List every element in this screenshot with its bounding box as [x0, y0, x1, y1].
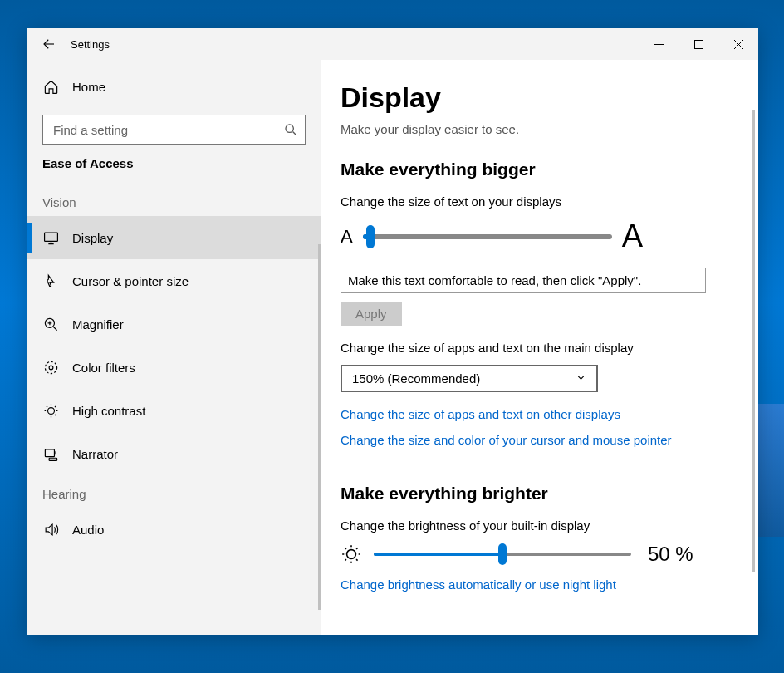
sidebar-item-magnifier[interactable]: Magnifier — [27, 302, 321, 346]
sidebar-item-colorfilters[interactable]: Color filters — [27, 346, 321, 389]
page-title: Display — [341, 81, 738, 114]
sun-icon — [341, 543, 362, 565]
svg-rect-3 — [44, 233, 57, 241]
sidebar-group-header: Ease of Access — [27, 156, 321, 179]
section-bigger-heading: Make everything bigger — [341, 160, 738, 179]
apps-size-label: Change the size of apps and text on the … — [341, 341, 738, 355]
brightness-value: 50 % — [648, 543, 693, 566]
chevron-down-icon — [576, 371, 586, 386]
sidebar-item-audio[interactable]: Audio — [27, 508, 321, 551]
display-icon — [42, 229, 59, 246]
sidebar-item-narrator[interactable]: Narrator — [27, 432, 321, 475]
maximize-button[interactable] — [679, 28, 718, 60]
section-brighter-heading: Make everything brighter — [341, 484, 738, 504]
category-hearing: Hearing — [27, 475, 321, 508]
text-size-slider-row: A A — [341, 219, 738, 254]
sidebar-item-cursor[interactable]: Cursor & pointer size — [27, 259, 321, 302]
svg-point-7 — [47, 407, 54, 414]
window-controls — [639, 28, 758, 60]
sample-text-box: Make this text comfortable to read, then… — [341, 268, 706, 293]
sidebar: Home Ease of Access Vision Display — [27, 60, 321, 635]
search-input[interactable] — [42, 115, 306, 145]
back-button[interactable] — [27, 28, 71, 60]
sidebar-item-label: Color filters — [72, 361, 135, 375]
small-a-icon: A — [341, 226, 353, 248]
svg-rect-1 — [694, 40, 703, 48]
brightness-label: Change the brightness of your built-in d… — [341, 518, 738, 533]
svg-rect-9 — [49, 458, 57, 460]
contrast-icon — [42, 402, 59, 419]
brightness-slider[interactable] — [374, 553, 631, 556]
content-scrollbar[interactable] — [752, 110, 755, 572]
sidebar-item-label: Display — [72, 231, 113, 245]
audio-icon — [42, 521, 59, 538]
category-vision: Vision — [27, 184, 321, 216]
home-icon — [42, 78, 59, 95]
titlebar: Settings — [27, 28, 758, 60]
apply-button[interactable]: Apply — [341, 302, 402, 326]
svg-point-2 — [286, 125, 293, 132]
svg-point-10 — [347, 550, 356, 559]
minimize-button[interactable] — [639, 28, 679, 60]
svg-point-6 — [49, 366, 53, 370]
content-pane: Display Make your display easier to see.… — [321, 60, 758, 635]
link-other-displays[interactable]: Change the size of apps and text on othe… — [341, 407, 738, 421]
svg-rect-0 — [654, 44, 664, 45]
slider-thumb[interactable] — [366, 225, 375, 248]
big-a-icon: A — [622, 219, 643, 254]
text-size-label: Change the size of text on your displays — [341, 194, 738, 209]
sidebar-item-label: Magnifier — [72, 317, 124, 332]
home-label: Home — [72, 80, 105, 94]
text-size-slider[interactable] — [363, 234, 612, 239]
sidebar-item-label: Narrator — [72, 447, 118, 461]
scale-dropdown[interactable]: 150% (Recommended) — [341, 365, 598, 392]
home-nav[interactable]: Home — [27, 65, 321, 108]
close-button[interactable] — [718, 28, 758, 60]
search-icon — [284, 123, 297, 136]
magnifier-icon — [42, 316, 59, 332]
narrator-icon — [42, 445, 59, 462]
window-title: Settings — [71, 38, 110, 51]
sidebar-item-label: High contrast — [72, 404, 145, 418]
sidebar-item-highcontrast[interactable]: High contrast — [27, 389, 321, 432]
color-filters-icon — [42, 359, 59, 376]
settings-window: Settings Home — [27, 28, 758, 635]
svg-point-5 — [45, 361, 56, 373]
link-cursor-pointer[interactable]: Change the size and color of your cursor… — [341, 433, 738, 447]
sidebar-item-display[interactable]: Display — [27, 216, 321, 259]
cursor-icon — [42, 273, 59, 289]
sidebar-item-label: Cursor & pointer size — [72, 274, 189, 288]
dropdown-value: 150% (Recommended) — [352, 371, 480, 386]
svg-rect-8 — [45, 449, 54, 456]
page-subtitle: Make your display easier to see. — [341, 122, 738, 136]
search-wrap — [42, 115, 306, 145]
slider-thumb[interactable] — [498, 543, 507, 565]
sidebar-item-label: Audio — [72, 523, 104, 537]
link-night-light[interactable]: Change brightness automatically or use n… — [341, 577, 738, 592]
brightness-slider-row: 50 % — [341, 543, 738, 566]
